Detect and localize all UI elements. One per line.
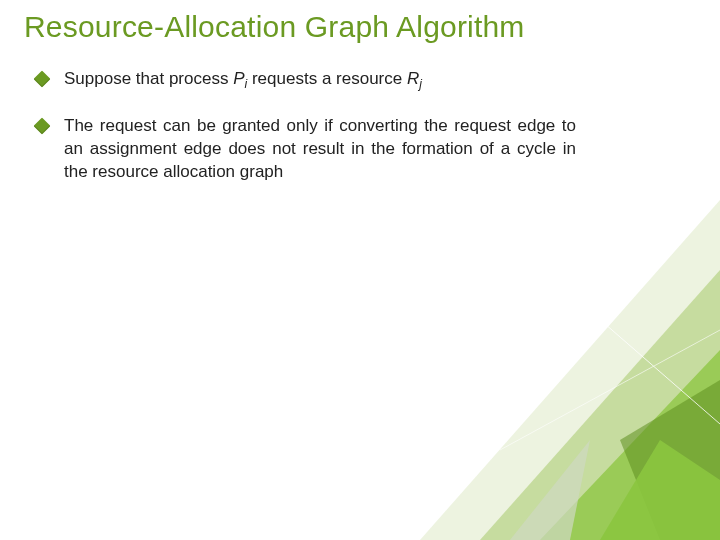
- svg-marker-5: [510, 440, 590, 540]
- text-fragment: requests a resource: [247, 69, 407, 88]
- bullet-text: The request can be granted only if conve…: [64, 115, 576, 184]
- decorative-artwork: [360, 180, 720, 540]
- svg-marker-2: [540, 350, 720, 540]
- slide-title: Resource-Allocation Graph Algorithm: [24, 10, 525, 44]
- svg-marker-0: [420, 200, 720, 540]
- math-var: P: [233, 69, 244, 88]
- svg-marker-3: [620, 380, 720, 540]
- math-var: R: [407, 69, 419, 88]
- math-subscript: j: [419, 77, 422, 91]
- svg-line-7: [500, 330, 720, 450]
- svg-line-6: [566, 290, 720, 424]
- bullet-icon: [34, 71, 51, 88]
- slide-body: Suppose that process Pi requests a resou…: [36, 68, 576, 206]
- svg-marker-1: [480, 270, 720, 540]
- text-fragment: Suppose that process: [64, 69, 233, 88]
- slide: Resource-Allocation Graph Algorithm Supp…: [0, 0, 720, 540]
- svg-marker-4: [600, 440, 720, 540]
- bullet-text: Suppose that process Pi requests a resou…: [64, 68, 422, 93]
- bullet-item: The request can be granted only if conve…: [36, 115, 576, 184]
- bullet-item: Suppose that process Pi requests a resou…: [36, 68, 576, 93]
- bullet-icon: [34, 117, 51, 134]
